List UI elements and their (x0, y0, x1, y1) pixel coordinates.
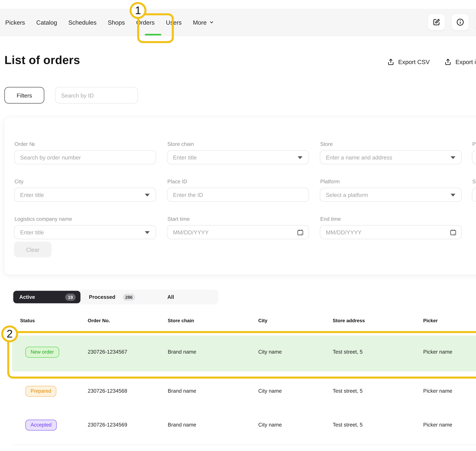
tab-active-label: Active (19, 294, 35, 300)
filter-start-time: Start time MM/DD/YYYY (167, 225, 309, 239)
compose-button[interactable] (428, 14, 445, 30)
filters-panel: Order № Store chain Enter title Store En… (4, 118, 476, 275)
filter-logistics-company: Logistics company name Enter title (14, 225, 156, 239)
nav-item-pickers[interactable]: Pickers (5, 19, 25, 25)
export-actions: Export CSV Export item information Expor… (387, 58, 476, 66)
filter-city: City Enter title (14, 188, 156, 202)
status-select[interactable]: Select status (472, 188, 476, 202)
filter-label: City (14, 178, 24, 184)
orders-table: Status Order No. Store chain City Store … (0, 314, 476, 451)
tab-processed-label: Processed (89, 294, 115, 300)
order-row[interactable]: Prepared 230726-1234568 Brand name City … (12, 375, 476, 412)
annotation-step-2: 2 (1, 325, 18, 342)
calendar-icon[interactable] (296, 228, 304, 236)
main-nav: Pickers Catalog Schedules Shops Orders U… (5, 9, 214, 35)
tab-processed-count-badge: 286 (123, 293, 135, 301)
select-placeholder: Select a platform (326, 191, 368, 198)
top-nav-bar: Pickers Catalog Schedules Shops Orders U… (0, 9, 476, 36)
search-by-id-input[interactable] (55, 87, 138, 104)
store-select[interactable]: Enter a name and address (320, 150, 462, 164)
column-header-store-address: Store address (333, 318, 365, 323)
table-header-row: Status Order No. Store chain City Store … (12, 318, 476, 326)
filter-store: Store Enter a name and address (320, 150, 462, 164)
export-item-information-button[interactable]: Export item information (444, 58, 476, 66)
order-number-field[interactable] (20, 154, 150, 161)
city-select[interactable]: Enter title (14, 188, 156, 202)
date-placeholder: MM/DD/YYYY (326, 229, 362, 235)
store-chain-cell: Brand name (168, 422, 196, 428)
order-row[interactable]: Accepted 230726-1234569 Brand name City … (12, 412, 476, 445)
city-cell: City name (258, 422, 282, 428)
order-no-cell: 230726-1234568 (88, 388, 127, 394)
filter-label: Logistics company name (14, 216, 72, 222)
nav-more-label: More (193, 19, 207, 25)
start-time-date-input[interactable]: MM/DD/YYYY (167, 225, 309, 239)
platform-select[interactable]: Select a platform (320, 188, 462, 202)
nav-item-more[interactable]: More (193, 19, 214, 25)
filter-status: Status Select status (472, 188, 476, 202)
dropdown-arrow-icon (298, 156, 303, 159)
store-address-cell: Test street, 5 (333, 422, 363, 428)
column-header-picker: Picker (423, 318, 438, 323)
filter-order-number: Order № (14, 150, 156, 164)
filters-button[interactable]: Filters (4, 87, 44, 104)
upload-icon (444, 58, 452, 66)
annotation-box-2 (7, 331, 476, 379)
status-badge: Prepared (25, 386, 56, 396)
filter-label: Status (472, 178, 476, 184)
export-csv-button[interactable]: Export CSV (387, 58, 430, 66)
edit-icon (432, 18, 441, 27)
export-item-information-label: Export item information (455, 58, 476, 65)
filter-platform: Platform Select a platform (320, 188, 462, 202)
place-id-field[interactable] (173, 191, 303, 198)
filter-label: Store (320, 141, 333, 147)
tab-active-count-badge: 19 (65, 293, 76, 301)
filter-label: Order № (14, 141, 35, 147)
status-badge-label: Prepared (25, 386, 56, 396)
filter-label: End time (320, 216, 341, 222)
place-id-input[interactable] (167, 188, 309, 202)
filter-place-id: Place ID (167, 188, 309, 202)
store-chain-select[interactable]: Enter title (167, 150, 309, 164)
filter-label: Platform (320, 178, 340, 184)
language-selector[interactable]: EN (476, 14, 476, 30)
order-number-input[interactable] (14, 150, 156, 164)
filter-store-chain: Store chain Enter title (167, 150, 309, 164)
select-placeholder: Enter a name and address (326, 154, 392, 161)
clear-filters-button[interactable]: Clear (14, 242, 51, 257)
logistics-company-select[interactable]: Enter title (14, 225, 156, 239)
nav-item-schedules[interactable]: Schedules (68, 19, 97, 25)
orders-tabs: Active 19 Processed 286 All (12, 289, 219, 304)
dropdown-arrow-icon (451, 156, 455, 159)
order-no-cell: 230726-1234569 (88, 422, 127, 428)
date-placeholder: MM/DD/YYYY (173, 229, 209, 235)
dropdown-arrow-icon (145, 231, 150, 234)
select-placeholder: Enter title (20, 191, 44, 198)
dropdown-arrow-icon (451, 194, 455, 196)
end-time-date-input[interactable]: MM/DD/YYYY (320, 225, 462, 239)
picker-cell: Picker name (423, 388, 452, 394)
info-button[interactable] (452, 14, 469, 30)
column-header-order-no: Order No. (88, 318, 110, 323)
info-icon (456, 18, 465, 27)
annotation-box-1 (137, 13, 174, 43)
tab-all-label: All (167, 294, 174, 300)
picker-select[interactable]: Search by name, ID, or phone number (472, 150, 476, 164)
tab-all[interactable]: All (167, 289, 174, 304)
select-placeholder: Enter title (173, 154, 197, 161)
export-csv-label: Export CSV (398, 58, 430, 65)
tab-active[interactable]: Active 19 (13, 291, 80, 303)
store-address-cell: Test street, 5 (333, 388, 363, 394)
chevron-down-icon (209, 19, 214, 25)
status-badge: Accepted (25, 420, 57, 430)
store-chain-cell: Brand name (168, 388, 196, 394)
status-badge-label: Accepted (25, 420, 57, 430)
nav-item-catalog[interactable]: Catalog (36, 19, 57, 25)
filter-picker: Picker Search by name, ID, or phone numb… (472, 150, 476, 164)
calendar-icon[interactable] (449, 228, 457, 236)
filter-label: Store chain (167, 141, 194, 147)
nav-item-shops[interactable]: Shops (108, 19, 125, 25)
upload-icon (387, 58, 395, 66)
tab-processed[interactable]: Processed 286 (89, 289, 135, 304)
dropdown-arrow-icon (145, 194, 150, 196)
